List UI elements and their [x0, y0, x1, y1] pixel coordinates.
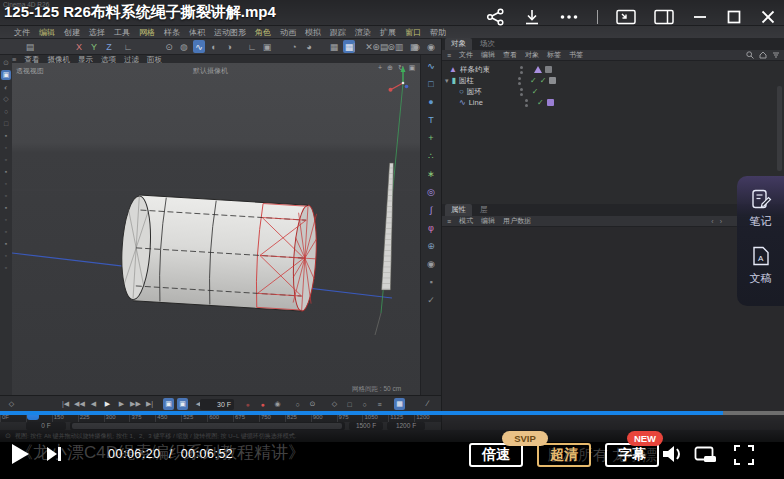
effector-icon[interactable]: ∗	[425, 167, 438, 180]
divider[interactable]: ❘	[348, 41, 360, 54]
mode-icon[interactable]: ▫	[1, 262, 11, 272]
close-icon[interactable]	[760, 8, 776, 26]
loop-icon[interactable]: ▣	[163, 398, 174, 410]
menu-icon[interactable]: ≡	[447, 52, 451, 59]
object-label[interactable]: 样条约束	[460, 65, 490, 75]
object-row[interactable]: ∿ Line ✓	[459, 97, 554, 108]
search-icon[interactable]	[746, 51, 754, 59]
deformer-tag-icon[interactable]	[534, 66, 542, 73]
environment-icon[interactable]: ⊕	[425, 239, 438, 252]
play-button[interactable]	[12, 444, 29, 464]
grid-icon[interactable]: ▦	[328, 40, 340, 53]
object-label[interactable]: 圆柱	[459, 76, 474, 86]
polygons-mode-icon[interactable]: ▪	[1, 130, 11, 140]
key-rotation-icon[interactable]: ○	[359, 398, 370, 410]
om-menu-item[interactable]: 文件	[459, 50, 473, 60]
lock-y-icon[interactable]: ◕	[303, 40, 315, 53]
field-icon[interactable]: φ	[425, 221, 438, 234]
snap-square-icon[interactable]: ▣	[261, 40, 273, 53]
prev-key-icon[interactable]: ◀◀	[74, 398, 85, 410]
edit-mode-icon[interactable]: ∿	[193, 40, 205, 53]
transcript-button[interactable]: A 文稿	[750, 245, 772, 286]
more-icon[interactable]	[559, 8, 579, 26]
volume-icon[interactable]	[660, 443, 686, 465]
visibility-dots[interactable]	[519, 88, 523, 96]
lock-x-icon[interactable]: ◔	[288, 40, 300, 53]
undo-icon[interactable]: ▤	[24, 40, 36, 53]
fracture-icon[interactable]: ∴	[425, 149, 438, 162]
axis-y-lock[interactable]: Y	[88, 40, 100, 53]
render-view-icon[interactable]: ⊙	[163, 40, 175, 53]
workplane-mode-icon[interactable]: ◇	[1, 94, 11, 104]
quality-button[interactable]: 超清	[537, 443, 591, 467]
home-icon[interactable]	[759, 51, 767, 59]
attr-menu-item[interactable]: 模式	[459, 216, 473, 226]
subtitle-button[interactable]: 字幕	[605, 443, 659, 467]
workplane-icon[interactable]: ∟	[246, 40, 258, 53]
points-mode-icon[interactable]: ○	[1, 106, 11, 116]
speed-button[interactable]: 倍速	[469, 443, 523, 467]
current-frame-field[interactable]: 30 F	[200, 399, 234, 410]
text-object-icon[interactable]: T	[425, 113, 438, 126]
minimize-icon[interactable]	[692, 8, 708, 26]
mode-icon[interactable]: ▫	[1, 190, 11, 200]
spline-pen-icon[interactable]: ∿	[425, 59, 438, 72]
spline-deformer-icon[interactable]: ∫	[425, 203, 438, 216]
visibility-dots[interactable]	[517, 77, 521, 85]
filter-icon[interactable]	[772, 51, 780, 59]
cube-primitive-icon[interactable]: □	[425, 77, 438, 90]
share-icon[interactable]	[486, 8, 505, 26]
attr-menu-item[interactable]: 用户数据	[503, 216, 531, 226]
key-scale-icon[interactable]: □	[344, 398, 355, 410]
back-arrow-icon[interactable]: ‹	[711, 218, 713, 225]
expander-icon[interactable]: ▾	[445, 77, 449, 85]
enabled-check-icon[interactable]: ✓	[540, 76, 547, 85]
tab-layers[interactable]: 层	[474, 204, 494, 216]
next-episode-button[interactable]	[47, 447, 61, 461]
texture-mode-icon[interactable]: ◐	[1, 82, 11, 92]
small-tool-icon[interactable]: ▪	[425, 275, 438, 288]
sphere-primitive-icon[interactable]: ●	[425, 95, 438, 108]
object-row[interactable]: ○ 圆环 ✓	[459, 86, 539, 97]
camera-icon[interactable]: ◉	[425, 257, 438, 270]
mode-icon[interactable]: ▪	[1, 238, 11, 248]
next-frame-icon[interactable]: ▶	[116, 398, 127, 410]
enabled-check-icon[interactable]: ✓	[532, 87, 539, 96]
go-start-icon[interactable]: |◀	[60, 398, 71, 410]
menu-icon[interactable]: ≡	[447, 218, 451, 225]
layout-a-icon[interactable]: ▤	[378, 41, 390, 54]
om-menu-item[interactable]: 书签	[569, 50, 583, 60]
tag-icon[interactable]	[547, 99, 554, 106]
key-position-icon[interactable]: ◇	[329, 398, 340, 410]
go-end-icon[interactable]: ▶|	[144, 398, 155, 410]
key-selection-icon[interactable]: ○	[292, 398, 303, 410]
scrollbar[interactable]	[777, 86, 782, 171]
axis-x-lock[interactable]: X	[73, 40, 85, 53]
cloner-icon[interactable]: +	[425, 131, 438, 144]
edges-mode-icon[interactable]: □	[1, 118, 11, 128]
sphere-tool2-icon[interactable]: ◉	[425, 40, 437, 53]
keyframe-diamond-icon[interactable]: ◇	[6, 398, 17, 410]
prev-frame-icon[interactable]: ◀	[88, 398, 99, 410]
mode-icon[interactable]: ◦	[1, 214, 11, 224]
visibility-dots[interactable]	[524, 99, 528, 107]
minimize-ui-icon[interactable]: ▦	[394, 398, 405, 410]
model-mode-icon[interactable]: ▣	[1, 70, 11, 80]
om-menu-item[interactable]: 对象	[525, 50, 539, 60]
forward-arrow-icon[interactable]: ›	[720, 218, 722, 225]
cylinder-mesh[interactable]	[119, 194, 319, 312]
check-icon[interactable]: ✓	[425, 293, 438, 306]
object-label[interactable]: 圆环	[467, 87, 482, 97]
object-row[interactable]: ▲ 样条约束	[449, 64, 552, 75]
key-objects-icon[interactable]: ⊙	[307, 398, 318, 410]
tag-icon[interactable]	[545, 66, 552, 73]
mode-icon[interactable]: ▫	[1, 226, 11, 236]
enabled-check-icon[interactable]: ✓	[530, 76, 537, 85]
mode-icon[interactable]: ◦	[1, 178, 11, 188]
download-icon[interactable]	[523, 8, 541, 26]
mode-icon[interactable]: ▪	[1, 202, 11, 212]
layout-b-icon[interactable]: ▥	[393, 41, 405, 54]
filter-icon[interactable]: ⊙	[1, 58, 11, 68]
om-menu-item[interactable]: 标签	[547, 50, 561, 60]
color-swatch-icon[interactable]: ●	[242, 398, 253, 410]
